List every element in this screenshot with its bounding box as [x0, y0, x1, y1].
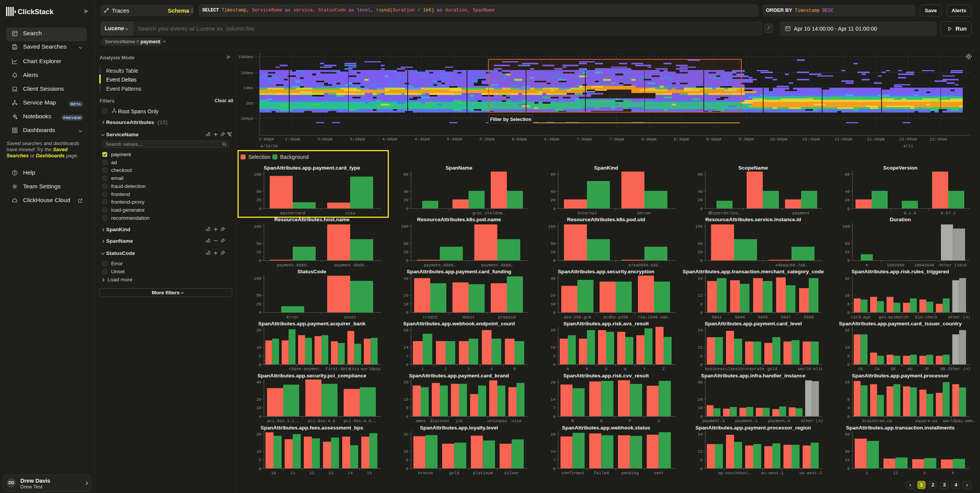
svg-text:SpanAttributes.app.transaction: SpanAttributes.app.transaction.merchant_…	[683, 269, 824, 274]
svg-text:0: 0	[406, 310, 408, 315]
svg-text:0: 0	[406, 207, 408, 211]
svg-text:SpanAttributes.app.webhook.sta: SpanAttributes.app.webhook.status	[562, 425, 650, 431]
svg-text:80: 80	[551, 172, 556, 177]
svg-text:SpanAttributes.app.payment.acq: SpanAttributes.app.payment.acquirer_bank	[258, 321, 365, 326]
svg-text:40: 40	[845, 189, 850, 194]
svg-text:16: 16	[845, 380, 850, 385]
svg-text:corporate: corporate	[742, 367, 764, 371]
svg-text:Unset: Unset	[344, 315, 356, 320]
svg-text:25: 25	[845, 250, 850, 255]
svg-text:40: 40	[551, 276, 556, 281]
svg-text:business: business	[705, 367, 725, 371]
svg-text:0: 0	[259, 362, 261, 367]
svg-text:SpanAttributes.app.risk.cvv_re: SpanAttributes.app.risk.cvv_result	[564, 373, 649, 379]
svg-text:SpanAttributes.app.payment.pro: SpanAttributes.app.payment.processor	[852, 373, 949, 379]
svg-text:debit: debit	[462, 315, 475, 320]
svg-text:ap-southeast…: ap-southeast…	[718, 471, 750, 475]
svg-text:40: 40	[403, 276, 408, 281]
svg-text:pci-dss-4.0-…: pci-dss-4.0-…	[344, 419, 376, 423]
svg-text:gold: gold	[449, 471, 459, 475]
svg-text:payment-1: payment-1	[735, 419, 757, 423]
svg-text:80: 80	[698, 172, 703, 177]
svg-text:24: 24	[698, 276, 703, 281]
svg-text:10: 10	[271, 471, 276, 475]
svg-text:card-age: card-age	[851, 315, 870, 320]
svg-text:prepaid: prepaid	[498, 315, 515, 320]
svg-text:0: 0	[700, 415, 703, 419]
svg-text:SpanAttributes.app.payment.car: SpanAttributes.app.payment.card_brand	[409, 373, 509, 379]
svg-text:14: 14	[348, 471, 353, 475]
svg-text:DE: DE	[891, 367, 896, 371]
svg-text:0: 0	[700, 362, 703, 367]
svg-text:0: 0	[553, 415, 556, 419]
svg-text:20: 20	[256, 432, 261, 437]
svg-text:28: 28	[551, 432, 556, 437]
svg-text:24: 24	[698, 328, 703, 333]
svg-text:pci-dss-3.2.…: pci-dss-3.2.…	[267, 419, 299, 423]
svg-text:ResourceAttributes.k8s.pod.uid: ResourceAttributes.k8s.pod.uid	[567, 217, 645, 222]
svg-text:e7eadd69-532…: e7eadd69-532…	[628, 263, 660, 268]
svg-text:8: 8	[847, 397, 850, 402]
svg-text:0: 0	[847, 258, 850, 263]
svg-text:50: 50	[845, 242, 850, 246]
svg-text:10: 10	[403, 302, 408, 307]
svg-text:1: 1	[421, 367, 424, 371]
svg-text:10: 10	[403, 397, 408, 402]
svg-text:Z: Z	[662, 367, 665, 371]
svg-text:7: 7	[553, 458, 556, 462]
svg-text:payment: payment	[792, 211, 810, 215]
svg-text:28: 28	[403, 328, 408, 333]
svg-text:U: U	[605, 367, 607, 371]
svg-text:ecdhe-p256: ecdhe-p256	[603, 315, 628, 320]
svg-text:40: 40	[256, 380, 261, 385]
svg-text:80: 80	[845, 172, 850, 177]
svg-text:10: 10	[256, 449, 261, 454]
svg-text:failed: failed	[594, 471, 609, 475]
svg-text:5: 5	[513, 367, 516, 371]
svg-text:12: 12	[310, 471, 315, 475]
svg-text:ScopeName: ScopeName	[738, 165, 768, 171]
svg-text:SpanAttributes.app.fees.assess: SpanAttributes.app.fees.assessment_bps	[261, 425, 363, 431]
svg-text:ResourceAttributes.service.ins: ResourceAttributes.service.instance.id	[705, 217, 801, 222]
svg-text:25: 25	[256, 250, 261, 255]
svg-text:0: 0	[553, 467, 556, 471]
svg-text:braintree-na: braintree-na	[862, 419, 892, 423]
svg-text:A: A	[567, 367, 569, 371]
svg-text:12: 12	[698, 345, 703, 350]
svg-text:20: 20	[403, 293, 408, 298]
svg-text:0: 0	[847, 467, 850, 471]
svg-text:12: 12	[698, 293, 703, 298]
svg-text:e4baacb5-7a8…: e4baacb5-7a8…	[775, 263, 808, 268]
svg-text:first-data: first-data	[326, 367, 351, 371]
svg-text:0: 0	[259, 415, 261, 419]
svg-text:JP: JP	[924, 367, 929, 371]
svg-text:SpanKind: SpanKind	[594, 165, 618, 171]
svg-text:16: 16	[403, 449, 408, 454]
svg-text:20: 20	[551, 198, 556, 202]
svg-text:20: 20	[403, 198, 408, 202]
svg-text:15: 15	[367, 471, 372, 475]
svg-text:payment-6b86…: payment-6b86…	[334, 263, 366, 268]
svg-text:40: 40	[551, 189, 556, 194]
svg-text:pending: pending	[621, 471, 639, 475]
svg-text:50: 50	[698, 242, 703, 246]
svg-text:0: 0	[553, 258, 556, 263]
svg-text:100: 100	[401, 224, 408, 229]
svg-text:0: 0	[553, 310, 556, 315]
svg-text:SpanAttributes.app.loyalty.lev: SpanAttributes.app.loyalty.level	[420, 425, 498, 431]
svg-text:Y: Y	[643, 367, 646, 371]
svg-text:10: 10	[551, 302, 556, 307]
svg-text:80: 80	[403, 172, 408, 177]
svg-text:U: U	[657, 419, 660, 423]
svg-text:P: P	[629, 419, 631, 423]
svg-text:0: 0	[847, 207, 850, 211]
svg-text:14: 14	[551, 397, 556, 402]
svg-text:50: 50	[551, 242, 556, 246]
svg-text:world-elit: world-elit	[798, 367, 823, 371]
svg-text:ResourceAttributes.k8s.pod.nam: ResourceAttributes.k8s.pod.name	[417, 217, 501, 222]
svg-text:0: 0	[700, 467, 703, 471]
svg-text:40: 40	[403, 189, 408, 194]
svg-text:32: 32	[845, 328, 850, 333]
svg-text:worldpay-eme…: worldpay-eme…	[943, 419, 975, 423]
svg-text:Other (1810: Other (1810	[939, 263, 967, 268]
